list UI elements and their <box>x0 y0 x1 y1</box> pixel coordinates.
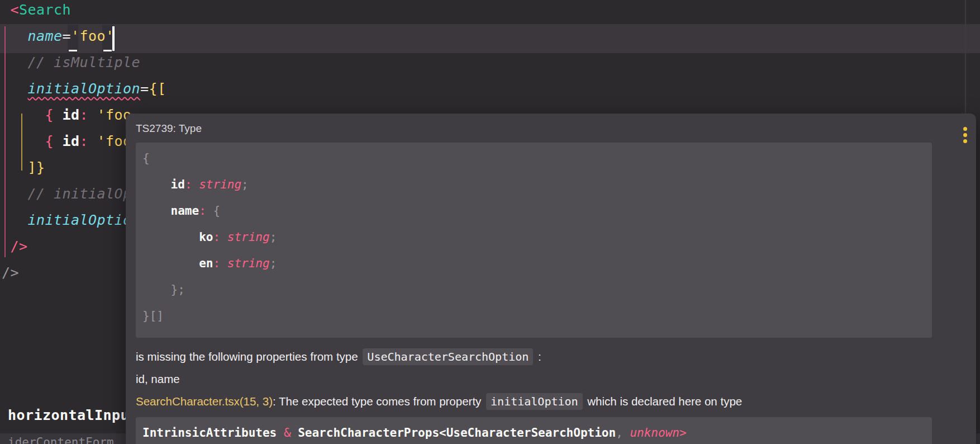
code-line-horizontal-input[interactable]: horizontalInpu <box>8 407 129 423</box>
error-message-line: is missing the following properties from… <box>136 349 966 365</box>
code-token <box>2 2 11 18</box>
missing-properties-line: id, name <box>136 371 966 387</box>
code-token: string <box>199 178 241 191</box>
code-token: ko <box>199 230 213 244</box>
kebab-menu-icon[interactable] <box>963 127 967 143</box>
code-token: }[] <box>142 309 164 323</box>
code-line[interactable]: en: string; <box>142 253 925 280</box>
code-token: IntrinsicAttributes <box>142 426 284 440</box>
code-token: id <box>63 133 80 149</box>
code-token: which is declared here on type <box>584 395 743 408</box>
code-token <box>2 107 45 123</box>
code-token <box>142 257 199 270</box>
code-token <box>142 283 171 296</box>
code-token <box>192 178 199 191</box>
code-token: /> <box>2 264 19 281</box>
code-token <box>2 133 45 149</box>
type-structure-block: { id: string; name: { ko: string; en: st… <box>136 143 932 338</box>
code-token <box>88 133 97 149</box>
code-token: : <box>80 107 89 123</box>
code-token: en <box>199 257 213 270</box>
code-token: {[ <box>149 81 166 97</box>
code-line[interactable]: // isMultiple <box>2 49 166 75</box>
code-token <box>54 133 63 149</box>
code-token: : <box>80 133 89 149</box>
code-token: > <box>679 426 687 440</box>
code-token: : <box>199 204 206 218</box>
code-token: < <box>11 2 20 18</box>
code-token: = <box>140 81 149 97</box>
code-token: SearchCharacterProps<UseCharacterSearchO… <box>291 426 616 440</box>
code-token: string <box>227 230 270 244</box>
code-token <box>2 186 28 202</box>
code-token: : The expected type comes from property <box>273 395 484 408</box>
code-token: ; <box>241 178 249 191</box>
code-line[interactable]: }[] <box>142 306 925 332</box>
code-token: , <box>616 426 623 440</box>
code-token: = <box>63 28 72 44</box>
code-token <box>142 230 199 244</box>
code-token <box>623 426 630 440</box>
code-token: name <box>28 28 63 44</box>
code-token <box>206 204 213 218</box>
code-token: /> <box>11 238 28 254</box>
error-code-title: TS2739: Type <box>136 122 202 134</box>
code-line[interactable]: id: string; <box>142 174 925 201</box>
code-token <box>142 204 171 218</box>
code-line[interactable]: name: { <box>142 201 925 227</box>
inline-code-chip: initialOption <box>486 393 583 410</box>
code-token: { <box>213 204 220 218</box>
code-token: 'foo' <box>71 28 115 44</box>
breadcrumb[interactable]: iderContentForm <box>8 436 114 444</box>
code-line[interactable]: ko: string; <box>142 227 925 253</box>
code-token <box>2 54 28 70</box>
code-token <box>88 107 97 123</box>
code-token: string <box>227 257 270 270</box>
code-token <box>2 212 28 228</box>
code-token: Search <box>19 2 71 18</box>
code-line[interactable]: name='foo' <box>2 23 166 49</box>
code-token: initialOptio <box>28 212 132 228</box>
code-token: is missing the following properties from… <box>136 350 361 363</box>
code-token: { <box>142 152 150 165</box>
code-token <box>142 178 171 191</box>
code-token <box>54 107 63 123</box>
code-token <box>220 257 227 270</box>
code-line[interactable]: IntrinsicAttributes & SearchCharacterPro… <box>142 426 925 444</box>
code-token: : <box>213 257 220 270</box>
code-token: // isMultiple <box>28 54 141 70</box>
code-token <box>2 159 28 176</box>
code-token: initialOption <box>28 81 141 97</box>
code-token: }; <box>171 283 185 296</box>
code-token: : <box>185 178 192 191</box>
code-token: : <box>535 350 541 363</box>
code-token: ; <box>270 257 277 270</box>
code-token: { <box>45 107 54 123</box>
code-line[interactable]: { <box>142 148 925 174</box>
code-token: name <box>171 204 199 218</box>
code-token <box>2 238 11 254</box>
code-token: { <box>45 133 54 149</box>
error-tooltip-popup: TS2739: Type { id: string; name: { ko: s… <box>126 114 976 444</box>
code-line[interactable]: }; <box>142 280 925 306</box>
code-line[interactable]: <Search <box>2 0 166 23</box>
code-token: id <box>63 107 80 123</box>
file-location-link[interactable]: SearchCharacter.tsx(15, 3) <box>136 395 273 408</box>
code-line[interactable]: initialOption={[ <box>2 75 166 102</box>
code-token: unknown <box>630 426 679 440</box>
declaration-location-line: SearchCharacter.tsx(15, 3): The expected… <box>136 394 966 409</box>
code-token: // initialOp <box>28 186 132 202</box>
code-token: : <box>213 230 220 244</box>
code-token <box>2 28 28 44</box>
code-token <box>220 230 227 244</box>
inline-code-chip: UseCharacterSearchOption <box>363 348 533 365</box>
code-token: ]} <box>28 159 45 176</box>
code-token: id <box>171 178 185 191</box>
code-token: & <box>284 426 291 440</box>
popup-header: TS2739: Type <box>126 114 976 139</box>
code-token: ; <box>270 230 277 244</box>
code-token: horizontalInpu <box>8 407 129 423</box>
code-token <box>2 81 28 97</box>
declared-type-block: IntrinsicAttributes & SearchCharacterPro… <box>136 417 932 444</box>
